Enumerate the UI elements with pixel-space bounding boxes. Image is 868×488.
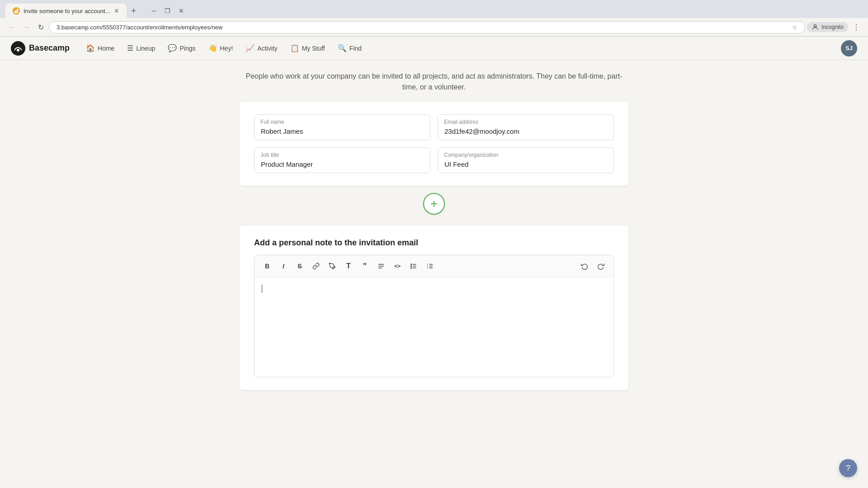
- nav-lineup-label: Lineup: [136, 45, 155, 52]
- full-name-field: Full name: [254, 114, 430, 140]
- help-button[interactable]: ?: [839, 459, 857, 477]
- svg-point-10: [411, 266, 412, 267]
- strikethrough-button[interactable]: S: [292, 259, 307, 273]
- nav-home[interactable]: 🏠 Home: [80, 41, 120, 55]
- tab-close-button[interactable]: ✕: [114, 7, 119, 14]
- quote-button[interactable]: ": [358, 259, 372, 273]
- svg-point-0: [814, 25, 816, 27]
- ordered-list-icon: 1 2 3: [426, 263, 434, 270]
- new-tab-button[interactable]: +: [127, 4, 141, 18]
- nav-mystuff-label: My Stuff: [302, 45, 325, 52]
- highlight-icon: [329, 263, 336, 270]
- invite-form-card: Full name Email address Job title Compan…: [240, 102, 628, 186]
- activity-icon: 📈: [245, 44, 255, 52]
- svg-point-9: [411, 264, 412, 265]
- browser-controls-bar: ← → ↻ 3.basecamp.com/5550377/account/enr…: [0, 18, 868, 36]
- nav-pings[interactable]: 💬 Pings: [162, 41, 201, 55]
- form-row-1: Full name Email address: [254, 114, 614, 140]
- nav-find[interactable]: 🔍 Find: [332, 41, 367, 55]
- nav-mystuff[interactable]: 📋 My Stuff: [285, 41, 330, 55]
- company-input[interactable]: [438, 147, 614, 173]
- email-field: Email address: [438, 114, 614, 140]
- find-icon: 🔍: [338, 44, 347, 52]
- form-row-2: Job title Company/organization: [254, 147, 614, 173]
- add-person-button[interactable]: +: [423, 193, 445, 215]
- nav-items: 🏠 Home ☰ Lineup 💬 Pings 👋 Hey! 📈 Activit…: [80, 41, 841, 55]
- svg-point-11: [411, 267, 412, 268]
- full-name-input[interactable]: [254, 114, 430, 140]
- note-section: Add a personal note to the invitation em…: [240, 225, 628, 390]
- page-content: People who work at your company can be i…: [231, 60, 637, 408]
- rich-text-container: B I S T ": [254, 255, 614, 377]
- page-description: People who work at your company can be i…: [240, 60, 628, 102]
- ordered-list-button[interactable]: 1 2 3: [423, 259, 437, 273]
- lineup-icon: ☰: [127, 44, 133, 52]
- code-button[interactable]: <>: [390, 259, 405, 273]
- nav-lineup[interactable]: ☰ Lineup: [122, 41, 160, 55]
- rich-text-editor[interactable]: [255, 277, 613, 377]
- reload-button[interactable]: ↻: [34, 21, 47, 33]
- align-button[interactable]: [374, 259, 388, 273]
- browser-tabs: 🏕 Invite someone to your account... ✕ +: [5, 4, 141, 18]
- incognito-icon: [811, 23, 819, 31]
- url-text: 3.basecamp.com/5550377/account/enrollmen…: [57, 24, 788, 31]
- nav-activity-label: Activity: [257, 45, 277, 52]
- tab-favicon: 🏕: [13, 7, 20, 14]
- bold-button[interactable]: B: [260, 259, 274, 273]
- close-button[interactable]: ✕: [175, 5, 187, 17]
- basecamp-logo-icon: [11, 41, 25, 56]
- redo-icon: [597, 263, 604, 270]
- app-nav: Basecamp 🏠 Home ☰ Lineup 💬 Pings 👋 Hey! …: [0, 37, 868, 60]
- link-icon: [312, 263, 320, 270]
- logo-text: Basecamp: [29, 43, 70, 53]
- app-logo[interactable]: Basecamp: [11, 41, 70, 56]
- company-field: Company/organization: [438, 147, 614, 173]
- browser-right-controls: Incognito ⋮: [807, 21, 863, 33]
- heading-button[interactable]: T: [341, 259, 356, 273]
- bullet-list-button[interactable]: [406, 259, 421, 273]
- mystuff-icon: 📋: [290, 44, 299, 52]
- align-icon: [377, 263, 385, 270]
- incognito-badge: Incognito: [807, 22, 848, 32]
- email-input[interactable]: [438, 114, 614, 140]
- nav-hey-label: Hey!: [220, 45, 233, 52]
- svg-text:3: 3: [427, 267, 428, 269]
- job-title-input[interactable]: [254, 147, 430, 173]
- undo-icon: [581, 263, 588, 270]
- window-controls: ─ ❐ ✕: [148, 5, 187, 17]
- text-cursor: [262, 285, 262, 293]
- nav-hey[interactable]: 👋 Hey!: [203, 41, 239, 55]
- highlight-button[interactable]: [325, 259, 340, 273]
- link-button[interactable]: [309, 259, 323, 273]
- italic-button[interactable]: I: [276, 259, 291, 273]
- pings-icon: 💬: [168, 44, 177, 52]
- nav-pings-label: Pings: [179, 45, 195, 52]
- tab-title: Invite someone to your account...: [24, 8, 110, 14]
- incognito-label: Incognito: [821, 24, 844, 30]
- bookmark-icon[interactable]: ☆: [792, 24, 797, 31]
- user-avatar[interactable]: SJ: [841, 40, 857, 56]
- rich-text-toolbar: B I S T ": [255, 255, 613, 277]
- browser-title-bar: 🏕 Invite someone to your account... ✕ + …: [0, 0, 868, 18]
- nav-activity[interactable]: 📈 Activity: [240, 41, 283, 55]
- nav-find-label: Find: [349, 45, 362, 52]
- back-button[interactable]: ←: [5, 21, 18, 33]
- more-options-button[interactable]: ⋮: [850, 21, 863, 33]
- undo-button[interactable]: [577, 259, 592, 273]
- svg-point-2: [17, 49, 19, 52]
- bullet-list-icon: [410, 263, 417, 270]
- forward-button[interactable]: →: [20, 21, 33, 33]
- browser-chrome: 🏕 Invite someone to your account... ✕ + …: [0, 0, 868, 37]
- redo-button[interactable]: [594, 259, 608, 273]
- home-icon: 🏠: [86, 44, 95, 52]
- note-section-title: Add a personal note to the invitation em…: [254, 238, 614, 248]
- svg-point-1: [11, 41, 25, 56]
- restore-button[interactable]: ❐: [162, 5, 174, 17]
- nav-home-label: Home: [98, 45, 114, 52]
- hey-icon: 👋: [208, 44, 217, 52]
- address-bar[interactable]: 3.basecamp.com/5550377/account/enrollmen…: [49, 21, 805, 33]
- minimize-button[interactable]: ─: [148, 5, 160, 17]
- job-title-field: Job title: [254, 147, 430, 173]
- active-tab[interactable]: 🏕 Invite someone to your account... ✕: [5, 4, 127, 18]
